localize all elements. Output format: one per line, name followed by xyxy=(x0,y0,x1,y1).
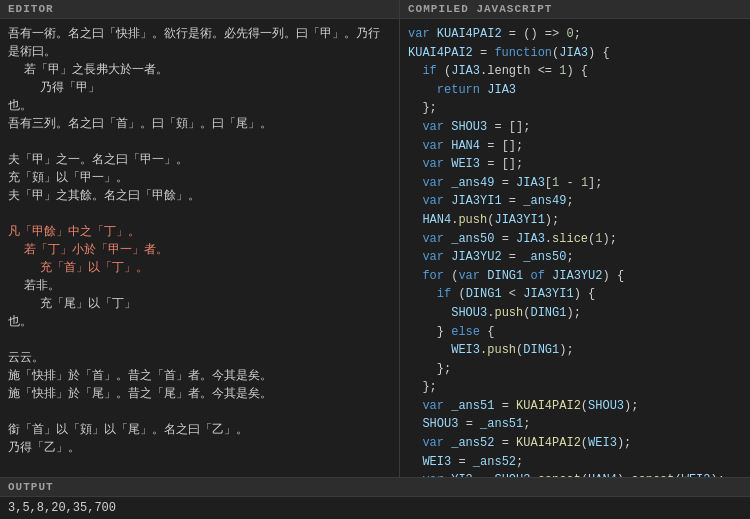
editor-line-14: 若非。 xyxy=(24,277,391,295)
editor-line-16: 也。 xyxy=(8,313,391,331)
js-line-22: SHOU3 = _ans51; xyxy=(408,415,742,434)
output-content: 3,5,8,20,35,700 xyxy=(0,497,750,519)
output-area: OUTPUT 3,5,8,20,35,700 xyxy=(0,477,750,519)
editor-content[interactable]: 吾有一術。名之曰「快排」。欲行是術。必先得一列。曰「甲」。乃行是術曰。 若「甲」… xyxy=(0,19,399,477)
editor-line-13: 充「首」以「丁」。 xyxy=(40,259,391,277)
js-line-8: var WEI3 = []; xyxy=(408,155,742,174)
js-panel: COMPILED JAVASCRIPT var KUAI4PAI2 = () =… xyxy=(400,0,750,477)
js-line-15: if (DING1 < JIA3YI1) { xyxy=(408,285,742,304)
editor-line-24 xyxy=(8,457,391,475)
js-line-5: }; xyxy=(408,99,742,118)
js-line-24: WEI3 = _ans52; xyxy=(408,453,742,472)
js-line-20: }; xyxy=(408,378,742,397)
editor-line-23: 乃得「乙」。 xyxy=(8,439,391,457)
editor-line-19: 施「快排」於「首」。昔之「首」者。今其是矣。 xyxy=(8,367,391,385)
js-line-12: var _ans50 = JIA3.slice(1); xyxy=(408,230,742,249)
editor-line-3: 乃得「甲」 xyxy=(40,79,391,97)
output-header: OUTPUT xyxy=(0,478,750,497)
js-line-18: WEI3.push(DING1); xyxy=(408,341,742,360)
js-line-17: } else { xyxy=(408,323,742,342)
js-line-23: var _ans52 = KUAI4PAI2(WEI3); xyxy=(408,434,742,453)
js-line-13: var JIA3YU2 = _ans50; xyxy=(408,248,742,267)
js-line-21: var _ans51 = KUAI4PAI2(SHOU3); xyxy=(408,397,742,416)
editor-line-12: 若「丁」小於「甲一」者。 xyxy=(24,241,391,259)
js-line-6: var SHOU3 = []; xyxy=(408,118,742,137)
editor-line-8: 充「頞」以「甲一」。 xyxy=(8,169,391,187)
js-line-14: for (var DING1 of JIA3YU2) { xyxy=(408,267,742,286)
js-line-4: return JIA3 xyxy=(408,81,742,100)
editor-line-21 xyxy=(8,403,391,421)
js-line-10: var JIA3YI1 = _ans49; xyxy=(408,192,742,211)
editor-line-4: 也。 xyxy=(8,97,391,115)
editor-line-22: 銜「首」以「頞」以「尾」。名之曰「乙」。 xyxy=(8,421,391,439)
js-line-19: }; xyxy=(408,360,742,379)
editor-panel: EDITOR 吾有一術。名之曰「快排」。欲行是術。必先得一列。曰「甲」。乃行是術… xyxy=(0,0,400,477)
js-line-1: var KUAI4PAI2 = () => 0; xyxy=(408,25,742,44)
js-line-16: SHOU3.push(DING1); xyxy=(408,304,742,323)
editor-line-9: 夫「甲」之其餘。名之曰「甲餘」。 xyxy=(8,187,391,205)
js-line-3: if (JIA3.length <= 1) { xyxy=(408,62,742,81)
editor-line-5: 吾有三列。名之曰「首」。曰「頞」。曰「尾」。 xyxy=(8,115,391,133)
editor-line-18: 云云。 xyxy=(8,349,391,367)
editor-line-15: 充「尾」以「丁」 xyxy=(40,295,391,313)
js-line-11: HAN4.push(JIA3YI1); xyxy=(408,211,742,230)
editor-line-1: 吾有一術。名之曰「快排」。欲行是術。必先得一列。曰「甲」。乃行是術曰。 xyxy=(8,25,391,61)
editor-line-7: 夫「甲」之一。名之曰「甲一」。 xyxy=(8,151,391,169)
editor-line-20: 施「快排」於「尾」。昔之「尾」者。今其是矣。 xyxy=(8,385,391,403)
editor-line-2: 若「甲」之長弗大於一者。 xyxy=(24,61,391,79)
js-content[interactable]: var KUAI4PAI2 = () => 0; KUAI4PAI2 = fun… xyxy=(400,19,750,477)
js-line-9: var _ans49 = JIA3[1 - 1]; xyxy=(408,174,742,193)
js-header: COMPILED JAVASCRIPT xyxy=(400,0,750,19)
js-line-2: KUAI4PAI2 = function(JIA3) { xyxy=(408,44,742,63)
editor-line-11: 凡「甲餘」中之「丁」。 xyxy=(8,223,391,241)
js-line-7: var HAN4 = []; xyxy=(408,137,742,156)
editor-line-17 xyxy=(8,331,391,349)
editor-line-6 xyxy=(8,133,391,151)
editor-line-10 xyxy=(8,205,391,223)
editor-header: EDITOR xyxy=(0,0,399,19)
